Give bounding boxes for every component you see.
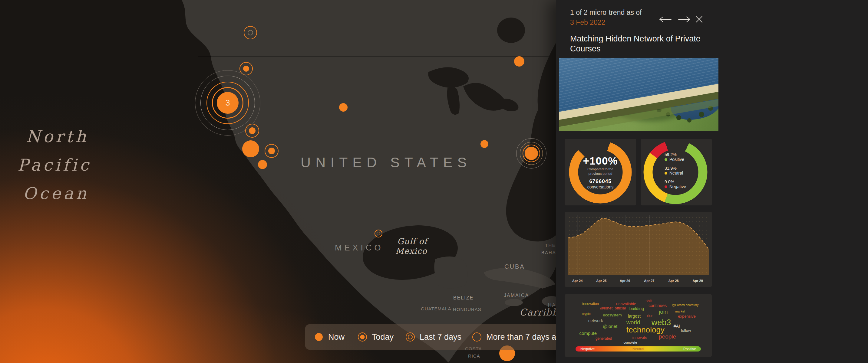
x-axis-label: Apr 26 — [620, 279, 630, 283]
sentiment-name: Positive — [664, 157, 686, 162]
cloud-word: join — [659, 308, 668, 315]
close-panel-button[interactable] — [694, 14, 704, 24]
trend-counter: 1 of 2 micro-trend as of — [570, 8, 642, 16]
compare-caption: previous period — [589, 171, 613, 176]
today-marker-icon — [357, 332, 368, 342]
region-label: CUBA — [504, 263, 525, 270]
volume-chart-x-axis: Apr 24Apr 25Apr 26Apr 27Apr 28Apr 29 — [568, 279, 709, 284]
trend-detail-panel: 1 of 2 micro-trend as of 3 Feb 2022 Matc… — [556, 0, 868, 363]
sentiment-pct: 59.2% — [664, 152, 686, 157]
marker-dot — [258, 160, 267, 169]
marker-dot — [243, 66, 249, 72]
older-marker-icon — [472, 332, 482, 342]
volume-area-chart — [568, 216, 709, 275]
region-label: Carribbean Sea — [520, 307, 556, 318]
region-label: JAMAICA — [504, 293, 529, 298]
cloud-word: compute — [580, 330, 597, 335]
cloud-word: largest — [628, 314, 641, 319]
cloud-word: generated — [595, 336, 612, 341]
sentiment-dot-icon — [664, 172, 667, 174]
x-axis-label: Apr 29 — [693, 279, 703, 283]
region-label: Mexico — [395, 246, 427, 256]
cloud-word: #AI — [674, 324, 680, 329]
marker-dot — [268, 147, 275, 154]
region-label: Ocean — [23, 184, 89, 203]
marker-dot — [339, 103, 347, 111]
sentiment-pct: 31.9% — [664, 166, 686, 171]
legend-item-label: Today — [372, 332, 394, 342]
close-icon — [694, 14, 704, 24]
marker-dot — [525, 147, 538, 160]
x-axis-label: Apr 25 — [596, 279, 607, 283]
cloud-word: rise — [647, 314, 653, 318]
arrow-right-icon — [676, 14, 692, 24]
sentiment-name: Neutral — [664, 171, 686, 175]
legend-item-label: Last 7 days — [420, 332, 461, 342]
cloud-word: market — [675, 309, 685, 313]
x-axis-label: Apr 24 — [572, 279, 583, 283]
region-label: RICA — [468, 353, 480, 359]
region-label: UNITED STATES — [301, 154, 471, 171]
wordcloud-card: innovationunavailableshitcontinues@Param… — [565, 294, 712, 357]
marker-count: 3 — [225, 98, 230, 108]
cloud-word: world — [626, 319, 640, 326]
cloud-word: @ParamLaboratory — [672, 303, 699, 307]
legend-item-last7: Last 7 days — [405, 324, 461, 350]
volume-chart-card: Apr 24Apr 25Apr 26Apr 27Apr 28Apr 29 — [565, 212, 712, 287]
trend-title: Matching Hidden Network of Private Cours… — [570, 34, 702, 54]
sentiment-donut-card: 59.2%Positive31.9%Neutral9.0%Negative — [641, 139, 712, 205]
sentiment-legend-item: 9.0%Negative — [664, 179, 686, 189]
conversations-donut-card: +100% Compared to the previous period 67… — [565, 139, 636, 205]
james-bay — [497, 18, 525, 43]
region-label: GUATEMALA — [421, 306, 451, 311]
marker-ring — [248, 30, 253, 35]
cloud-word: unavailable — [616, 301, 636, 306]
cloud-word: expensive — [678, 314, 696, 319]
x-axis-label: Apr 28 — [668, 279, 679, 283]
scale-label-neutral: Neutral — [632, 347, 644, 351]
next-trend-button[interactable] — [676, 14, 692, 24]
jamaica-island — [505, 299, 523, 306]
cloud-word: building — [629, 306, 644, 311]
cloud-word: innovate — [632, 335, 647, 340]
region-label: BAHAMAS — [541, 250, 556, 255]
legend-item-label: More than 7 days ago — [486, 332, 556, 342]
last7-marker-icon — [405, 332, 415, 342]
cloud-word: innovation — [582, 302, 599, 306]
cloud-word: people — [659, 333, 676, 340]
conversations-unit: conversations — [587, 185, 613, 189]
conversations-donut-center: +100% Compared to the previous period 67… — [565, 139, 636, 205]
trend-date: 3 Feb 2022 — [570, 19, 605, 27]
cloud-word: @ionet — [603, 324, 617, 329]
yucatan-land — [434, 257, 467, 289]
trend-photo — [559, 58, 718, 131]
map-canvas[interactable]: NorthPacificOceanUNITED STATESMEXICOGulf… — [0, 0, 556, 363]
region-label: THE — [545, 242, 556, 248]
legend-item-older: More than 7 days ago — [472, 324, 556, 350]
scale-label-positive: Positive — [683, 347, 696, 351]
map-legend: NowTodayLast 7 daysMore than 7 days ago — [305, 324, 556, 350]
app-stage: NorthPacificOceanUNITED STATESMEXICOGulf… — [0, 0, 868, 363]
region-label: Gulf of — [397, 236, 427, 246]
marker-ring — [377, 232, 380, 235]
conversations-count: 6766045 — [589, 178, 611, 185]
legend-item-label: Now — [328, 332, 344, 342]
marker-dot — [480, 140, 488, 148]
region-label: Pacific — [18, 156, 91, 174]
sentiment-name: Negative — [664, 184, 686, 189]
sentiment-legend: 59.2%Positive31.9%Neutral9.0%Negative — [664, 152, 686, 189]
cloud-word: network — [588, 318, 603, 323]
sentiment-scale: Negative Neutral Positive — [576, 346, 701, 352]
x-axis-label: Apr 27 — [644, 279, 654, 283]
marker-dot — [514, 56, 524, 67]
prev-trend-button[interactable] — [658, 14, 674, 24]
sentiment-dot-icon — [664, 158, 667, 161]
now-marker-icon — [314, 332, 324, 342]
sentiment-pct: 9.0% — [664, 179, 686, 184]
arrow-left-icon — [658, 14, 674, 24]
region-label: North — [26, 127, 89, 146]
marker-dot — [249, 127, 255, 134]
sentiment-legend-item: 31.9%Neutral — [664, 166, 686, 175]
change-percent: +100% — [583, 155, 618, 167]
cloud-word: complete — [623, 341, 637, 344]
